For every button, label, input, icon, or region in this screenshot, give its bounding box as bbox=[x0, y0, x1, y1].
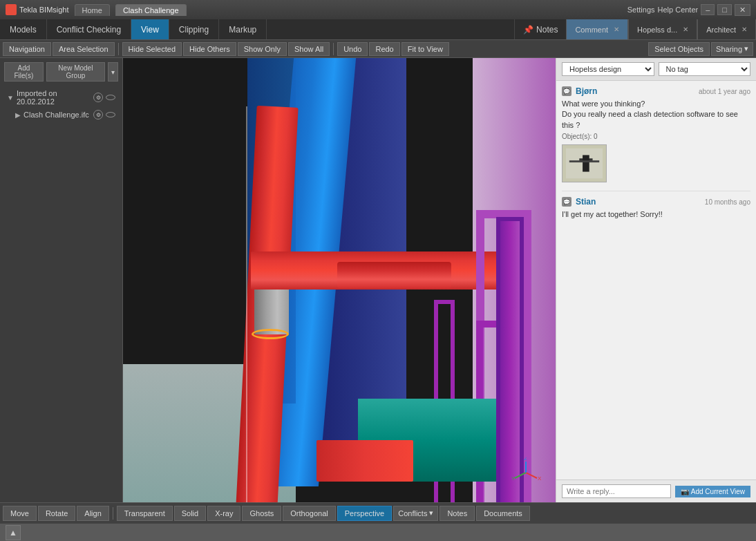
comment-author-1: Bjørn bbox=[576, 86, 597, 96]
tab-view[interactable]: View bbox=[131, 19, 169, 39]
svg-text:Z: Z bbox=[524, 457, 527, 462]
settings-label[interactable]: Settings bbox=[627, 6, 655, 14]
viewport[interactable]: X Y Z bbox=[123, 58, 556, 502]
area-selection-button[interactable]: Area Selection bbox=[53, 42, 115, 56]
redo-button[interactable]: Redo bbox=[369, 42, 399, 56]
move-button[interactable]: Move bbox=[3, 506, 37, 521]
svg-line-0 bbox=[526, 473, 537, 478]
comment-text-1a: What were you thinking? bbox=[562, 99, 750, 109]
hopelss-close-icon[interactable]: ✕ bbox=[683, 26, 688, 33]
menu-spacer bbox=[267, 19, 514, 39]
viewport-canvas: X Y Z bbox=[123, 58, 556, 502]
maximize-button[interactable]: □ bbox=[717, 4, 732, 15]
tab-clipping[interactable]: Clipping bbox=[169, 19, 219, 39]
hide-others-button[interactable]: Hide Others bbox=[183, 42, 236, 56]
documents-button[interactable]: Documents bbox=[476, 506, 530, 521]
comment-text-2a: I'll get my act together! Sorry!! bbox=[562, 209, 750, 220]
obj-white-line bbox=[246, 106, 247, 502]
home-tab[interactable]: Home bbox=[75, 4, 110, 16]
comment-close-icon[interactable]: ✕ bbox=[614, 26, 619, 33]
minimize-button[interactable]: – bbox=[701, 4, 715, 15]
show-only-button[interactable]: Show Only bbox=[238, 42, 287, 56]
svg-rect-9 bbox=[583, 155, 589, 172]
hopelss-tab-label: Hopelss d... bbox=[637, 26, 677, 34]
undo-button[interactable]: Undo bbox=[337, 42, 368, 56]
tree-item-label: Imported on 20.02.2012 bbox=[17, 89, 91, 106]
transparent-button[interactable]: Transparent bbox=[117, 506, 173, 521]
toolbar-right: Select Objects Sharing ▾ bbox=[648, 42, 753, 56]
tab-markup[interactable]: Markup bbox=[219, 19, 267, 39]
comment-thumbnail-1[interactable] bbox=[562, 144, 607, 182]
tab-conflict-checking[interactable]: Conflict Checking bbox=[47, 19, 131, 39]
notes-label: Notes bbox=[536, 25, 558, 35]
comment-objects-1: Object(s): 0 bbox=[562, 133, 750, 140]
settings-icon[interactable]: ⚙ bbox=[93, 93, 103, 102]
architect-panel-tab[interactable]: Architect ✕ bbox=[697, 19, 756, 39]
right-panel: Hopelss design No tag 💬 Bjørn about 1 ye… bbox=[556, 58, 756, 502]
svg-rect-10 bbox=[569, 160, 599, 162]
new-model-group-button[interactable]: New Model Group bbox=[46, 62, 105, 82]
close-button[interactable]: ✕ bbox=[735, 4, 750, 16]
comment-header-1: 💬 Bjørn about 1 year ago bbox=[562, 86, 750, 96]
tree-expand-arrow: ▼ bbox=[7, 94, 14, 102]
avatar-stian: 💬 bbox=[562, 197, 571, 207]
axis-indicator: X Y Z bbox=[511, 457, 542, 488]
settings-icon-2[interactable]: ⚙ bbox=[93, 110, 103, 120]
comment-panel-tab[interactable]: Comment ✕ bbox=[566, 19, 628, 39]
show-all-button[interactable]: Show All bbox=[288, 42, 330, 56]
tree-ifc-label: Clash Challenge.ifc bbox=[23, 111, 91, 119]
add-current-view-button[interactable]: 📷 Add Current View bbox=[675, 486, 750, 497]
clash-challenge-tab[interactable]: Clash Challenge bbox=[115, 4, 187, 16]
align-button[interactable]: Align bbox=[77, 506, 108, 521]
right-panel-toolbar: Hopelss design No tag bbox=[556, 58, 756, 81]
pin-icon: 📌 bbox=[523, 25, 533, 35]
orthogonal-button[interactable]: Orthogonal bbox=[283, 506, 335, 521]
arrow-up-icon: ▲ bbox=[9, 528, 17, 538]
main-content: Add File(s) New Model Group ▾ ▼ Imported… bbox=[0, 58, 756, 502]
obj-red-bottom bbox=[316, 440, 413, 482]
left-panel-add-buttons: Add File(s) New Model Group ▾ bbox=[4, 62, 118, 82]
ghosts-button[interactable]: Ghosts bbox=[242, 506, 281, 521]
conflicts-dropdown[interactable]: Conflicts ▾ bbox=[393, 506, 438, 521]
visibility-icon-2[interactable] bbox=[106, 112, 115, 117]
comment-divider bbox=[562, 191, 750, 191]
xray-button[interactable]: X-ray bbox=[207, 506, 240, 521]
comment-time-2: 10 months ago bbox=[705, 198, 750, 206]
svg-line-2 bbox=[515, 473, 526, 478]
add-files-button[interactable]: Add File(s) bbox=[4, 62, 44, 82]
comment-header-2: 💬 Stian 10 months ago bbox=[562, 197, 750, 207]
main-toolbar: Navigation Area Selection Hide Selected … bbox=[0, 40, 756, 58]
camera-icon: 📷 bbox=[681, 488, 689, 495]
footer-arrow-button[interactable]: ▲ bbox=[6, 525, 21, 540]
select-objects-button[interactable]: Select Objects bbox=[648, 42, 710, 56]
solid-button[interactable]: Solid bbox=[174, 506, 206, 521]
perspective-button[interactable]: Perspective bbox=[337, 506, 392, 521]
help-center-label[interactable]: Help Center bbox=[658, 6, 699, 14]
model-group-dropdown[interactable]: ▾ bbox=[108, 62, 118, 82]
logo-icon bbox=[6, 4, 17, 15]
visibility-icon[interactable] bbox=[106, 95, 115, 100]
app-name: Tekla BIMsight bbox=[19, 6, 69, 14]
tab-models[interactable]: Models bbox=[0, 19, 47, 39]
hopelss-panel-tab[interactable]: Hopelss d... ✕ bbox=[628, 19, 697, 39]
tree-item-imported[interactable]: ▼ Imported on 20.02.2012 ⚙ bbox=[4, 87, 118, 108]
menu-bar: Models Conflict Checking View Clipping M… bbox=[0, 19, 756, 40]
design-dropdown[interactable]: Hopelss design bbox=[562, 62, 654, 76]
rotate-button[interactable]: Rotate bbox=[38, 506, 75, 521]
architect-close-icon[interactable]: ✕ bbox=[741, 26, 747, 33]
sharing-dropdown[interactable]: Sharing ▾ bbox=[711, 42, 753, 56]
fit-to-view-button[interactable]: Fit to View bbox=[401, 42, 449, 56]
navigation-button[interactable]: Navigation bbox=[3, 42, 51, 56]
footer: ▲ bbox=[0, 523, 756, 541]
reply-input[interactable] bbox=[562, 484, 671, 498]
comment-tab-label: Comment bbox=[575, 26, 608, 34]
conflicts-chevron-icon: ▾ bbox=[429, 509, 433, 518]
notes-button[interactable]: 📌 Notes bbox=[514, 19, 566, 39]
bottom-sep-1 bbox=[113, 507, 113, 520]
tree-item-ifc[interactable]: ▶ Clash Challenge.ifc ⚙ bbox=[4, 108, 118, 122]
notes-bottom-button[interactable]: Notes bbox=[440, 506, 475, 521]
title-bar: Tekla BIMsight Home Clash Challenge Sett… bbox=[0, 0, 756, 19]
hide-selected-button[interactable]: Hide Selected bbox=[122, 42, 182, 56]
comment-area: 💬 Bjørn about 1 year ago What were you t… bbox=[556, 81, 756, 480]
tag-dropdown[interactable]: No tag bbox=[659, 62, 751, 76]
